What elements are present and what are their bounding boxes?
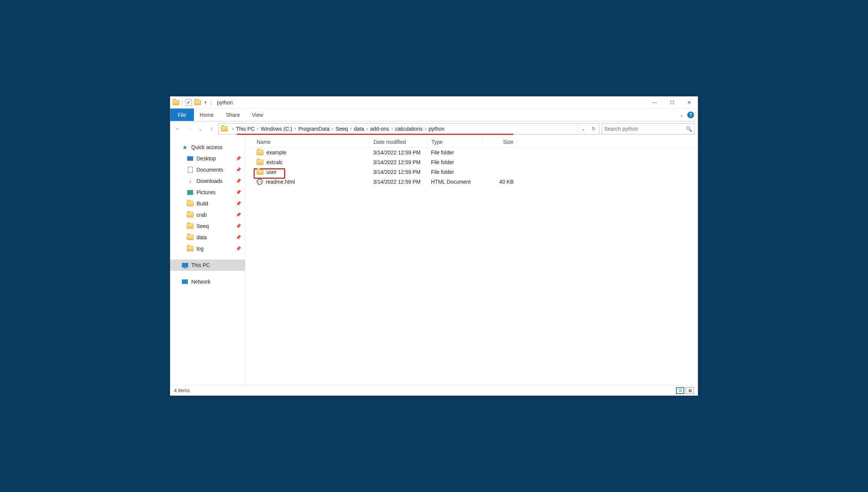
qat-newfolder-icon[interactable]: [194, 100, 201, 105]
sidebar-item-log[interactable]: log 📌: [170, 243, 245, 254]
status-text: 4 items: [174, 388, 190, 393]
file-row[interactable]: user3/14/2022 12:59 PMFile folder: [245, 167, 698, 177]
recent-locations-dropdown[interactable]: ⌄: [196, 124, 205, 133]
file-date: 3/14/2022 12:59 PM: [369, 169, 427, 175]
up-button[interactable]: ↑: [207, 124, 216, 133]
crumb-programdata[interactable]: ProgramData: [298, 126, 330, 132]
breadcrumb: ›This PC ›Windows (C:) ›ProgramData ›See…: [230, 126, 578, 132]
sidebar-label-quick-access: Quick access: [191, 144, 222, 150]
column-header-name[interactable]: Name: [245, 139, 369, 145]
sidebar-label-this-pc: This PC: [191, 262, 210, 268]
file-row[interactable]: example3/14/2022 12:59 PMFile folder: [245, 148, 698, 157]
status-bar: 4 items ☰ ▦: [170, 385, 698, 395]
pictures-icon: [187, 190, 193, 195]
sidebar-item-seeq[interactable]: Seeq 📌: [170, 220, 245, 232]
chevron-right-icon[interactable]: ›: [292, 126, 298, 131]
network-icon: [182, 279, 188, 284]
column-header-size[interactable]: Size: [482, 139, 517, 145]
navigation-row: ← → ⌄ ↑ ›This PC ›Windows (C:) ›ProgramD…: [170, 121, 698, 136]
minimize-button[interactable]: —: [646, 97, 663, 109]
maximize-button[interactable]: ☐: [663, 97, 680, 109]
crumb-data[interactable]: data: [354, 126, 364, 132]
crumb-seeq[interactable]: Seeq: [336, 126, 348, 132]
sidebar-label: Pictures: [197, 189, 216, 195]
address-history-dropdown[interactable]: ⌄: [578, 124, 588, 134]
search-input[interactable]: [604, 126, 686, 132]
back-button[interactable]: ←: [173, 124, 182, 133]
sidebar-item-desktop[interactable]: Desktop 📌: [170, 153, 245, 164]
folder-icon: [187, 223, 194, 229]
refresh-button[interactable]: ↻: [588, 124, 599, 134]
sidebar-item-data[interactable]: data 📌: [170, 232, 245, 243]
sidebar-item-downloads[interactable]: ↓ Downloads 📌: [170, 175, 245, 187]
crumb-python[interactable]: python: [429, 126, 445, 132]
crumb-addons[interactable]: add-ons: [370, 126, 389, 132]
file-date: 3/14/2022 12:59 PM: [369, 159, 427, 165]
view-large-icons-button[interactable]: ▦: [686, 387, 694, 394]
chevron-right-icon[interactable]: ›: [423, 126, 429, 131]
pin-icon: 📌: [236, 201, 241, 206]
crumb-windows-c[interactable]: Windows (C:): [261, 126, 292, 132]
desktop-icon: [187, 156, 193, 161]
annotation-underline: [237, 134, 513, 135]
folder-icon: [257, 169, 263, 175]
file-size: 40 KB: [482, 179, 517, 185]
file-name: readme.html: [266, 179, 295, 185]
chevron-right-icon[interactable]: ›: [348, 126, 354, 131]
crumb-calculations[interactable]: calculations: [395, 126, 423, 132]
chevron-right-icon[interactable]: ›: [330, 126, 336, 131]
folder-icon: [257, 150, 263, 155]
qat-separator: |: [181, 100, 183, 106]
qat-properties-icon[interactable]: ✔: [185, 99, 192, 106]
pin-icon: 📌: [236, 212, 241, 217]
forward-button[interactable]: →: [184, 124, 194, 133]
quick-access-icon: ★: [181, 144, 188, 151]
chevron-right-icon[interactable]: ›: [389, 126, 395, 131]
column-header-date[interactable]: Date modified: [369, 139, 427, 145]
sidebar-item-crab[interactable]: crab 📌: [170, 209, 245, 220]
sidebar-this-pc[interactable]: This PC: [170, 260, 245, 271]
sidebar-network[interactable]: Network: [170, 276, 245, 287]
address-bar[interactable]: ›This PC ›Windows (C:) ›ProgramData ›See…: [218, 123, 599, 134]
sidebar-item-documents[interactable]: Documents 📌: [170, 164, 245, 175]
folder-icon: [257, 160, 263, 165]
close-button[interactable]: ✕: [680, 97, 698, 109]
pin-icon: 📌: [236, 178, 241, 184]
window-title: python: [214, 100, 233, 106]
file-name: example: [266, 149, 286, 155]
ribbon-collapse-icon[interactable]: ⌄: [680, 112, 684, 118]
sidebar-item-build[interactable]: Build 📌: [170, 198, 245, 209]
chevron-right-icon[interactable]: ›: [255, 126, 261, 131]
file-rows: example3/14/2022 12:59 PMFile folderextc…: [245, 148, 698, 385]
document-icon: [188, 167, 193, 173]
chevron-right-icon[interactable]: ›: [364, 126, 370, 131]
sidebar-label: Documents: [197, 167, 223, 173]
folder-icon: [187, 212, 194, 217]
search-box[interactable]: 🔍: [602, 123, 695, 134]
titlebar-folder-icon: [172, 100, 179, 105]
help-icon[interactable]: ?: [687, 112, 694, 118]
search-icon[interactable]: 🔍: [686, 126, 692, 132]
sidebar-label: Seeq: [197, 223, 209, 229]
ribbon-tab-view[interactable]: View: [246, 109, 269, 121]
file-list-pane: Name ˄ Date modified Type Size example3/…: [245, 136, 698, 385]
file-row[interactable]: extcalc3/14/2022 12:59 PMFile folder: [245, 157, 698, 167]
pin-icon: 📌: [236, 246, 241, 251]
ribbon-tab-share[interactable]: Share: [220, 109, 246, 121]
crumb-this-pc[interactable]: This PC: [236, 126, 255, 132]
sidebar-label: data: [197, 234, 207, 240]
ribbon-tab-file[interactable]: File: [170, 109, 194, 121]
pin-icon: 📌: [236, 190, 241, 195]
view-details-button[interactable]: ☰: [676, 387, 684, 394]
file-row[interactable]: readme.html3/14/2022 12:59 PMHTML Docume…: [245, 177, 698, 187]
sidebar-item-pictures[interactable]: Pictures 📌: [170, 187, 245, 198]
ribbon-tab-home[interactable]: Home: [194, 109, 220, 121]
chevron-right-icon[interactable]: ›: [230, 126, 236, 131]
sidebar-label: crab: [197, 212, 207, 218]
sidebar-quick-access[interactable]: ★ Quick access: [170, 142, 245, 153]
html-file-icon: [257, 179, 263, 185]
folder-icon: [187, 246, 194, 251]
address-folder-icon: [221, 126, 228, 131]
column-header-type[interactable]: Type: [427, 139, 482, 145]
qat-customize-dropdown[interactable]: ▼: [203, 101, 208, 104]
